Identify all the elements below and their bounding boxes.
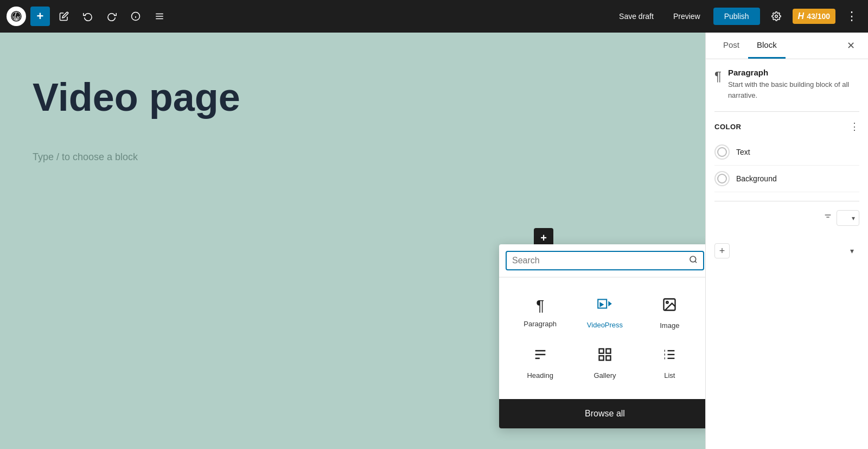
block-item-paragraph[interactable]: ¶ Paragraph bbox=[508, 288, 572, 338]
sidebar-tabs: Post Block ✕ bbox=[706, 33, 868, 59]
page-title: Video page bbox=[33, 76, 673, 119]
sidebar-content: ¶ Paragraph Start with the basic buildin… bbox=[706, 59, 868, 271]
color-text-label: Text bbox=[736, 148, 750, 156]
editor-area: Video page Type / to choose a block + bbox=[0, 33, 705, 449]
svg-point-11 bbox=[666, 301, 668, 303]
block-info-icon: ¶ bbox=[714, 69, 722, 84]
info-button[interactable] bbox=[126, 7, 145, 26]
block-inserter-popup: ¶ Paragraph VideoPress bbox=[499, 244, 705, 428]
more-options-button[interactable]: ⋮ bbox=[842, 7, 861, 26]
block-item-gallery[interactable]: Gallery bbox=[572, 338, 637, 388]
block-item-heading[interactable]: Heading bbox=[508, 338, 572, 388]
gallery-label: Gallery bbox=[593, 371, 616, 380]
wordpress-logo[interactable] bbox=[7, 7, 26, 26]
block-info: ¶ Paragraph Start with the basic buildin… bbox=[714, 68, 859, 100]
settings-button[interactable] bbox=[767, 7, 786, 26]
svg-point-7 bbox=[775, 15, 777, 18]
redo-button[interactable] bbox=[102, 7, 122, 26]
hemingway-badge[interactable]: H 43/100 bbox=[793, 9, 835, 24]
color-more-button[interactable]: ⋮ bbox=[850, 121, 859, 132]
block-search-section bbox=[499, 244, 705, 277]
block-info-text: Paragraph Start with the basic building … bbox=[728, 68, 859, 100]
image-label: Image bbox=[660, 321, 679, 330]
color-text-item[interactable]: Text bbox=[714, 139, 859, 166]
sidebar: Post Block ✕ ¶ Paragraph Start with the … bbox=[705, 33, 868, 449]
heading-icon bbox=[533, 347, 548, 366]
block-info-description: Start with the basic building block of a… bbox=[728, 79, 859, 100]
tab-block[interactable]: Block bbox=[748, 33, 786, 59]
gallery-icon bbox=[597, 347, 612, 366]
svg-line-9 bbox=[695, 261, 697, 263]
videopress-label: VideoPress bbox=[587, 321, 623, 329]
hemingway-icon: H bbox=[798, 11, 805, 21]
list-label: List bbox=[664, 371, 675, 380]
paragraph-icon: ¶ bbox=[536, 297, 544, 314]
svg-rect-14 bbox=[606, 356, 610, 360]
search-input-wrapper bbox=[506, 251, 704, 270]
color-background-label: Background bbox=[736, 174, 777, 183]
add-block-button[interactable]: + bbox=[30, 7, 50, 26]
font-select-wrapper[interactable]: ▾ bbox=[837, 210, 859, 226]
svg-rect-12 bbox=[599, 349, 603, 353]
svg-rect-13 bbox=[606, 349, 610, 353]
block-item-image[interactable]: Image bbox=[637, 288, 702, 338]
block-grid: ¶ Paragraph VideoPress bbox=[499, 277, 705, 399]
block-item-list[interactable]: List bbox=[637, 338, 702, 388]
toolbar: + Save draft Preview bbox=[0, 0, 868, 33]
typography-section-header: ▾ bbox=[714, 210, 859, 232]
undo-button[interactable] bbox=[78, 7, 98, 26]
typography-filter-button[interactable] bbox=[824, 210, 832, 226]
block-search-input[interactable] bbox=[512, 256, 685, 265]
color-text-circle bbox=[714, 144, 730, 160]
color-background-item[interactable]: Background bbox=[714, 166, 859, 192]
add-typography-button[interactable]: + bbox=[714, 243, 730, 258]
font-select[interactable] bbox=[837, 210, 859, 226]
color-section-header: Color ⋮ bbox=[714, 121, 859, 132]
browse-all-button[interactable]: Browse all bbox=[499, 399, 705, 428]
list-icon bbox=[662, 347, 677, 366]
heading-label: Heading bbox=[527, 371, 553, 380]
block-info-name: Paragraph bbox=[728, 68, 859, 77]
block-placeholder[interactable]: Type / to choose a block bbox=[33, 151, 673, 163]
color-background-circle bbox=[714, 171, 730, 186]
sidebar-close-button[interactable]: ✕ bbox=[843, 35, 859, 56]
edit-mode-button[interactable] bbox=[54, 7, 74, 26]
paragraph-label: Paragraph bbox=[524, 320, 557, 328]
hemingway-score: 43/100 bbox=[807, 12, 830, 21]
search-icon bbox=[689, 255, 698, 266]
save-draft-button[interactable]: Save draft bbox=[612, 9, 660, 24]
expand-typography-button[interactable]: ▾ bbox=[844, 243, 859, 258]
publish-button[interactable]: Publish bbox=[713, 8, 760, 25]
svg-rect-15 bbox=[599, 356, 603, 360]
videopress-icon bbox=[596, 297, 614, 315]
color-section-title: Color bbox=[714, 123, 741, 131]
list-view-button[interactable] bbox=[150, 7, 169, 26]
tab-post[interactable]: Post bbox=[714, 33, 748, 59]
image-icon bbox=[662, 297, 677, 316]
svg-point-8 bbox=[690, 256, 696, 262]
main-layout: Video page Type / to choose a block + bbox=[0, 33, 868, 449]
block-item-videopress[interactable]: VideoPress bbox=[572, 288, 637, 338]
preview-button[interactable]: Preview bbox=[667, 9, 707, 24]
